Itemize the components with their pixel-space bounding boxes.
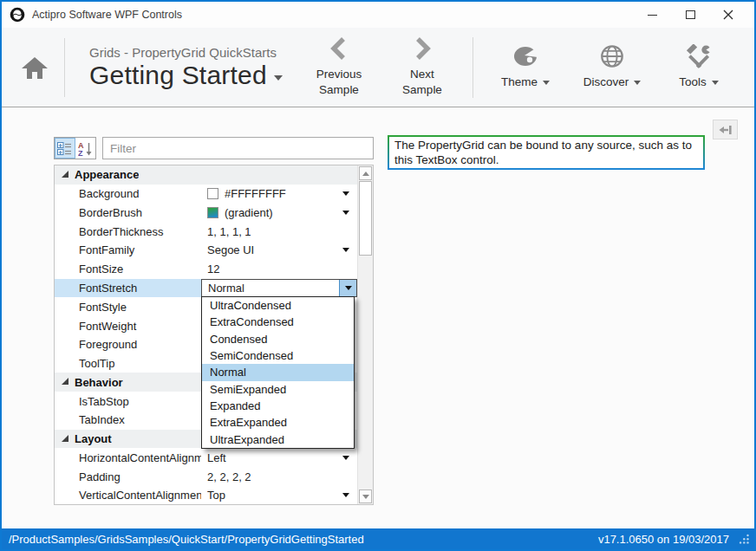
maximize-button[interactable] — [671, 3, 709, 27]
main-content: A Z AppearanceBackground#FFFFFFFFBorderB… — [2, 107, 754, 528]
theme-menu-button[interactable]: Theme — [491, 44, 560, 90]
dropdown-item[interactable]: UltraExpanded — [202, 431, 354, 448]
dropdown-item[interactable]: SemiExpanded — [202, 381, 354, 398]
previous-sample-button[interactable]: Previous Sample — [306, 36, 372, 97]
property-value-cell[interactable]: #FFFFFFFF — [201, 185, 357, 204]
categorize-view-button[interactable] — [55, 138, 75, 159]
property-value-text: (gradient) — [225, 206, 273, 219]
statusbar-path: /ProductSamples/GridsSamples/QuickStart/… — [9, 533, 364, 546]
preview-textbox[interactable]: The PropertyGrid can be bound to any sou… — [389, 137, 703, 168]
dropdown-arrow-icon — [345, 286, 352, 290]
dropdown-item[interactable]: Condensed — [202, 331, 354, 347]
dropdown-arrow-icon[interactable] — [342, 493, 349, 497]
property-row[interactable]: FontStretchNormal — [55, 279, 357, 298]
property-value-cell[interactable]: 12 — [201, 260, 357, 279]
sort-az-icon: A Z — [78, 141, 93, 156]
resize-grip-icon — [738, 533, 750, 545]
chevron-down-icon — [274, 75, 283, 81]
vertical-scrollbar[interactable] — [357, 165, 373, 504]
chevron-right-icon — [413, 36, 432, 61]
nav-button-label: Next Sample — [389, 67, 455, 97]
dropdown-item[interactable]: Normal — [202, 364, 354, 380]
resize-grip[interactable] — [738, 533, 750, 545]
category-expanded-icon[interactable] — [62, 435, 68, 442]
tools-icon — [684, 44, 714, 68]
dropdown-item[interactable]: Expanded — [202, 398, 354, 414]
sort-alphabetical-button[interactable]: A Z — [75, 138, 96, 159]
property-name: Foreground — [55, 338, 201, 351]
header-divider — [64, 38, 65, 97]
property-row[interactable]: VerticalContentAlignmentTop — [55, 486, 357, 504]
scrollbar-thumb[interactable] — [359, 181, 372, 256]
discover-menu-button[interactable]: Discover — [577, 44, 647, 90]
next-sample-button[interactable]: Next Sample — [389, 36, 455, 97]
collapse-panel-button[interactable] — [713, 120, 738, 139]
header: Grids - PropertyGrid QuickStarts Getting… — [2, 28, 754, 107]
property-row[interactable]: Background#FFFFFFFF — [55, 185, 357, 204]
close-button[interactable] — [709, 3, 747, 27]
collapse-left-icon — [719, 125, 733, 135]
property-value-text: #FFFFFFFF — [225, 187, 286, 200]
property-name: TabIndex — [55, 413, 201, 426]
chevron-down-icon — [634, 81, 641, 85]
property-name: VerticalContentAlignment — [55, 489, 201, 502]
property-row[interactable]: Padding2, 2, 2, 2 — [55, 467, 357, 486]
dropdown-arrow-icon[interactable] — [342, 191, 349, 196]
white-color-swatch — [207, 188, 218, 199]
property-row[interactable]: HorizontalContentAlignm...Left — [55, 448, 357, 467]
combo-dropdown-button[interactable] — [339, 280, 356, 297]
dropdown-item[interactable]: UltraCondensed — [202, 297, 354, 314]
svg-text:Z: Z — [78, 148, 83, 156]
fontstretch-dropdown: UltraCondensedExtraCondensedCondensedSem… — [201, 296, 355, 449]
tools-menu-button[interactable]: Tools — [664, 44, 733, 90]
statusbar-version: v17.1.0650 on 19/03/2017 — [598, 533, 729, 546]
category-expanded-icon[interactable] — [62, 171, 68, 178]
property-row[interactable]: BorderBrush(gradient) — [55, 204, 357, 223]
property-value-text: Segoe UI — [207, 243, 254, 256]
property-name: ToolTip — [55, 357, 201, 370]
statusbar: /ProductSamples/GridsSamples/QuickStart/… — [2, 528, 754, 549]
home-button[interactable] — [21, 55, 49, 80]
category-expanded-icon[interactable] — [62, 378, 68, 385]
category-label: Behavior — [75, 376, 123, 389]
property-row[interactable]: FontSize12 — [55, 260, 357, 279]
scroll-down-button[interactable] — [359, 489, 372, 503]
propertygrid-toolbar: A Z — [54, 137, 374, 159]
property-value-cell[interactable]: Normal — [201, 279, 357, 298]
dropdown-item[interactable]: SemiCondensed — [202, 347, 354, 364]
property-row[interactable]: FontFamilySegoe UI — [55, 241, 357, 260]
property-value-text: Left — [207, 451, 226, 464]
dropdown-arrow-icon[interactable] — [342, 211, 349, 215]
sample-title-dropdown[interactable]: Getting Started — [89, 61, 283, 90]
breadcrumb: Grids - PropertyGrid QuickStarts — [89, 45, 283, 60]
filter-input[interactable] — [102, 137, 374, 159]
property-value-cell[interactable]: Left — [201, 448, 357, 467]
property-name: BorderBrush — [55, 206, 201, 219]
dropdown-arrow-icon[interactable] — [342, 456, 349, 460]
close-icon — [723, 10, 733, 20]
property-value-cell[interactable]: (gradient) — [201, 204, 357, 223]
property-name: FontFamily — [55, 243, 201, 256]
category-row[interactable]: Appearance — [55, 165, 357, 185]
scroll-up-button[interactable] — [359, 166, 372, 180]
dropdown-arrow-icon[interactable] — [342, 248, 349, 252]
property-row[interactable]: BorderThickness1, 1, 1, 1 — [55, 222, 357, 241]
property-value-cell[interactable]: Top — [201, 486, 357, 504]
property-value-cell[interactable]: 1, 1, 1, 1 — [201, 222, 357, 241]
dropdown-item[interactable]: ExtraCondensed — [202, 314, 354, 330]
window-title: Actipro Software WPF Controls — [32, 9, 182, 21]
dropdown-item[interactable]: ExtraExpanded — [202, 414, 354, 431]
app-window: Actipro Software WPF Controls Grids - Pr… — [0, 0, 756, 551]
titlebar: Actipro Software WPF Controls — [2, 2, 754, 28]
minimize-button[interactable] — [633, 3, 671, 27]
property-value-text: 2, 2, 2, 2 — [207, 470, 251, 483]
property-value-cell[interactable]: 2, 2, 2, 2 — [201, 467, 357, 486]
category-label: Appearance — [75, 168, 139, 181]
property-value-cell[interactable]: Segoe UI — [201, 241, 357, 260]
property-name: Padding — [55, 470, 201, 483]
globe-icon — [598, 44, 626, 68]
property-value-text: 1, 1, 1, 1 — [207, 225, 251, 238]
property-value-text: Top — [207, 489, 225, 502]
scroll-down-icon — [362, 495, 369, 499]
home-icon — [21, 55, 49, 80]
